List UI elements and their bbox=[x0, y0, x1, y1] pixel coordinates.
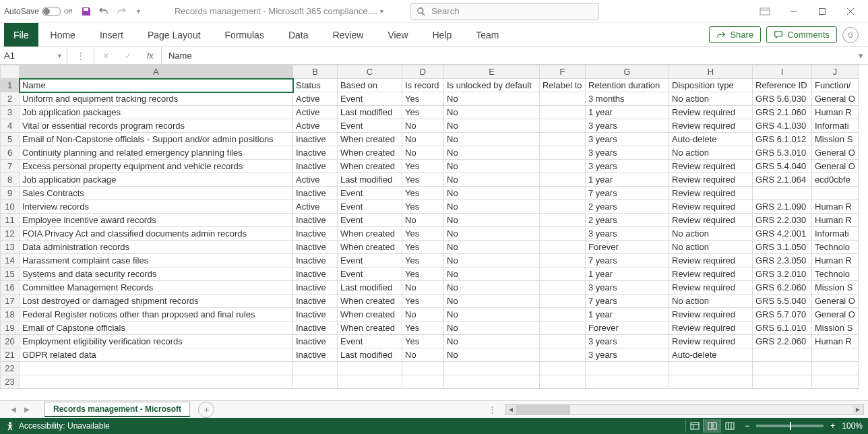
row-header-12[interactable]: 12 bbox=[1, 227, 20, 241]
cell[interactable]: GDPR related data bbox=[20, 348, 293, 362]
cell[interactable]: Yes bbox=[402, 294, 444, 308]
row-header-1[interactable]: 1 bbox=[1, 79, 20, 92]
share-button[interactable]: Share bbox=[709, 26, 761, 43]
cell[interactable]: 7 years bbox=[586, 187, 669, 200]
cell[interactable]: Inactive bbox=[293, 308, 338, 321]
cell[interactable] bbox=[669, 375, 753, 389]
view-normal-button[interactable] bbox=[685, 419, 703, 433]
column-header-G[interactable]: G bbox=[586, 65, 669, 79]
row-header-9[interactable]: 9 bbox=[1, 187, 20, 200]
cell[interactable] bbox=[540, 335, 586, 348]
cell[interactable] bbox=[669, 362, 753, 375]
cell[interactable] bbox=[812, 348, 859, 362]
cell[interactable]: 3 months bbox=[586, 92, 669, 106]
scroll-left-button[interactable]: ◄ bbox=[505, 405, 516, 414]
cell[interactable]: 7 years bbox=[586, 294, 669, 308]
cell[interactable]: Last modified bbox=[338, 173, 402, 187]
hscroll-splitter[interactable]: ⋮ bbox=[484, 404, 502, 414]
cell[interactable]: Review required bbox=[669, 173, 753, 187]
cell[interactable]: Yes bbox=[402, 173, 444, 187]
cell[interactable]: GRS 2.3.050 bbox=[753, 254, 812, 268]
cell[interactable] bbox=[540, 173, 586, 187]
cell[interactable] bbox=[540, 375, 586, 389]
cell[interactable]: Email of Capstone officials bbox=[20, 321, 293, 335]
cell[interactable]: No bbox=[444, 187, 540, 200]
cell[interactable]: Review required bbox=[669, 321, 753, 335]
qat-customize-dropdown[interactable]: ▾ bbox=[130, 3, 148, 20]
title-dropdown-icon[interactable]: ▾ bbox=[380, 7, 383, 15]
cell[interactable]: Forever bbox=[586, 241, 669, 254]
cell[interactable]: Active bbox=[293, 106, 338, 119]
cell[interactable]: Active bbox=[293, 200, 338, 214]
cell[interactable]: No bbox=[402, 119, 444, 133]
row-header-6[interactable]: 6 bbox=[1, 146, 20, 160]
cell[interactable]: No bbox=[444, 133, 540, 146]
cell[interactable]: Retention duration bbox=[586, 79, 669, 92]
cell[interactable] bbox=[402, 375, 444, 389]
cell[interactable]: Yes bbox=[402, 160, 444, 173]
cell[interactable]: No bbox=[444, 106, 540, 119]
cell[interactable]: 3 years bbox=[586, 348, 669, 362]
add-sheet-button[interactable]: ＋ bbox=[198, 402, 214, 418]
cell[interactable]: When created bbox=[338, 133, 402, 146]
expand-formula-bar-button[interactable]: ▾ bbox=[853, 47, 868, 64]
cell[interactable]: GRS 5.4.040 bbox=[753, 160, 812, 173]
cell[interactable]: When created bbox=[338, 321, 402, 335]
cell[interactable]: Email of Non-Capstone officials - Suppor… bbox=[20, 133, 293, 146]
cell[interactable] bbox=[540, 308, 586, 321]
ribbon-tab-insert[interactable]: Insert bbox=[88, 23, 135, 46]
cell[interactable]: Review required bbox=[669, 200, 753, 214]
row-header-23[interactable]: 23 bbox=[1, 375, 20, 389]
cell[interactable]: GRS 2.2.030 bbox=[753, 214, 812, 227]
cell[interactable]: Review required bbox=[669, 119, 753, 133]
cell[interactable]: Inactive bbox=[293, 348, 338, 362]
cell[interactable]: FOIA Privacy Act and classified document… bbox=[20, 227, 293, 241]
cell[interactable]: 1 year bbox=[586, 308, 669, 321]
row-header-22[interactable]: 22 bbox=[1, 362, 20, 375]
row-header-21[interactable]: 21 bbox=[1, 348, 20, 362]
namebox-splitter[interactable]: ⋮ bbox=[67, 47, 94, 64]
cell[interactable]: Harassment complaint case files bbox=[20, 254, 293, 268]
hscroll-thumb[interactable] bbox=[516, 405, 570, 414]
cell[interactable]: Yes bbox=[402, 335, 444, 348]
cell[interactable]: Excess personal property equipment and v… bbox=[20, 160, 293, 173]
view-page-break-button[interactable] bbox=[720, 419, 738, 433]
cell[interactable]: GRS 5.3.010 bbox=[753, 146, 812, 160]
cell[interactable]: Name bbox=[20, 79, 293, 92]
ribbon-tab-home[interactable]: Home bbox=[38, 23, 88, 46]
cell[interactable]: Auto-delete bbox=[669, 348, 753, 362]
cell[interactable]: No bbox=[444, 214, 540, 227]
cell[interactable]: When created bbox=[338, 308, 402, 321]
cell[interactable]: No bbox=[444, 119, 540, 133]
cell[interactable]: No bbox=[444, 321, 540, 335]
cell[interactable]: Human R bbox=[812, 254, 859, 268]
cell[interactable]: No bbox=[444, 92, 540, 106]
cell[interactable]: No bbox=[444, 146, 540, 160]
cell[interactable]: Technolo bbox=[812, 241, 859, 254]
name-box[interactable]: A1 ▼ bbox=[0, 47, 67, 64]
cell[interactable]: Yes bbox=[402, 92, 444, 106]
cell[interactable]: Yes bbox=[402, 321, 444, 335]
cell[interactable]: Event bbox=[338, 187, 402, 200]
cell[interactable] bbox=[540, 294, 586, 308]
cell[interactable]: When created bbox=[338, 227, 402, 241]
cell[interactable]: Vital or essential records program recor… bbox=[20, 119, 293, 133]
cell[interactable] bbox=[540, 268, 586, 281]
maximize-button[interactable] bbox=[809, 2, 836, 21]
cell[interactable]: No bbox=[402, 281, 444, 294]
cell[interactable]: Yes bbox=[402, 200, 444, 214]
cell[interactable]: No action bbox=[669, 294, 753, 308]
cell[interactable]: Yes bbox=[402, 241, 444, 254]
cell[interactable] bbox=[540, 200, 586, 214]
column-header-H[interactable]: H bbox=[669, 65, 753, 79]
cell[interactable]: 7 years bbox=[586, 254, 669, 268]
cell[interactable] bbox=[586, 375, 669, 389]
cell[interactable]: Last modified bbox=[338, 106, 402, 119]
cell[interactable] bbox=[540, 146, 586, 160]
cell[interactable]: Employment eligibility verification reco… bbox=[20, 335, 293, 348]
cell[interactable]: GRS 4.2.001 bbox=[753, 227, 812, 241]
row-header-10[interactable]: 10 bbox=[1, 200, 20, 214]
ribbon-tab-page-layout[interactable]: Page Layout bbox=[135, 23, 213, 46]
cell[interactable]: No bbox=[402, 348, 444, 362]
cell[interactable]: 3 years bbox=[586, 160, 669, 173]
